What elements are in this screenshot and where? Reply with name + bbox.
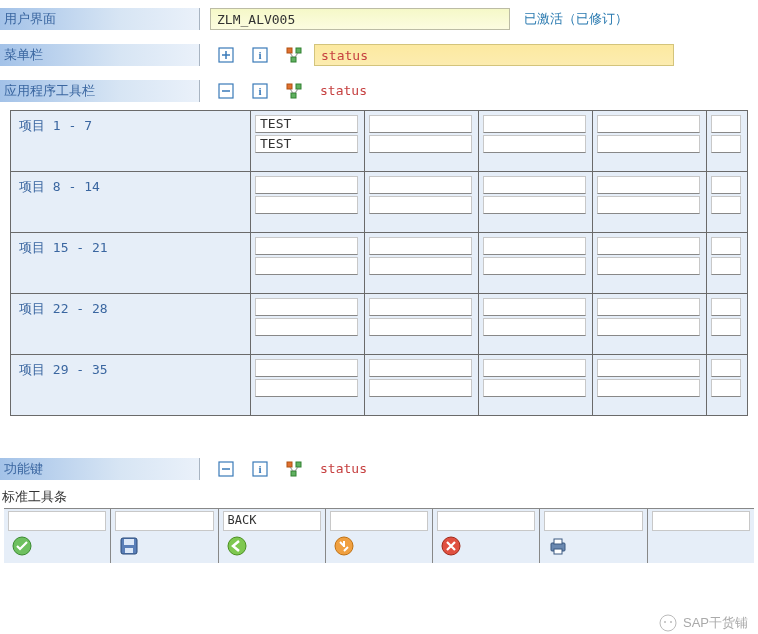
grid-cell-input[interactable] — [369, 359, 472, 377]
grid-cell-input[interactable] — [483, 359, 586, 377]
grid-cell-input[interactable] — [369, 318, 472, 336]
grid-cell: TEST TEST — [251, 111, 365, 171]
grid-cell-input[interactable] — [597, 115, 700, 133]
ok-icon[interactable] — [8, 531, 106, 561]
grid-cell-input[interactable] — [369, 135, 472, 153]
grid-cell-input[interactable] — [255, 359, 358, 377]
grid-cell-input[interactable] — [369, 379, 472, 397]
grid-cell-input[interactable] — [597, 359, 700, 377]
activation-status: 已激活（已修订） — [524, 10, 628, 28]
svg-rect-30 — [124, 539, 134, 545]
toolbar-cell — [648, 509, 754, 563]
grid-cell-input[interactable] — [711, 359, 741, 377]
exit-icon[interactable] — [330, 531, 428, 561]
toolbar-cell-label[interactable] — [652, 511, 750, 531]
svg-line-26 — [290, 467, 293, 471]
grid-cell-input[interactable] — [483, 379, 586, 397]
svg-point-40 — [670, 621, 672, 623]
grid-cell-input[interactable] — [597, 379, 700, 397]
info-icon[interactable]: i — [252, 47, 268, 63]
grid-cell-input[interactable] — [483, 196, 586, 214]
toolbar-cell-label[interactable] — [115, 511, 213, 531]
grid-cell-input[interactable] — [255, 176, 358, 194]
grid-cell-input[interactable] — [711, 298, 741, 316]
grid-row: 项目 22 - 28 — [11, 294, 747, 355]
toolbar-cell — [326, 509, 433, 563]
grid-cell-input[interactable] — [597, 176, 700, 194]
grid-cell-input[interactable] — [255, 298, 358, 316]
grid-row: 项目 1 - 7 TEST TEST — [11, 111, 747, 172]
grid-cell-input[interactable] — [483, 318, 586, 336]
toolbar-cell-label[interactable] — [437, 511, 535, 531]
svg-rect-23 — [287, 462, 292, 467]
svg-rect-37 — [554, 549, 562, 554]
grid-cell-input[interactable] — [483, 298, 586, 316]
grid-cell-input[interactable] — [597, 237, 700, 255]
svg-rect-31 — [125, 548, 133, 553]
back-icon[interactable] — [223, 531, 321, 561]
toolbar-cell-label[interactable]: BACK — [223, 511, 321, 531]
wechat-icon — [659, 614, 677, 632]
grid-cell-input[interactable] — [369, 257, 472, 275]
grid-row: 项目 15 - 21 — [11, 233, 747, 294]
grid-cell-input[interactable] — [255, 318, 358, 336]
grid-row-label: 项目 1 - 7 — [11, 111, 251, 171]
grid-cell-input[interactable] — [369, 298, 472, 316]
grid-cell-input[interactable] — [255, 237, 358, 255]
info-icon[interactable]: i — [252, 461, 268, 477]
grid-cell-input[interactable] — [711, 379, 741, 397]
toolbar-cell — [540, 509, 647, 563]
svg-text:i: i — [258, 463, 261, 475]
grid-cell-input[interactable] — [483, 257, 586, 275]
grid-cell-input[interactable] — [597, 318, 700, 336]
grid-cell-input[interactable] — [255, 257, 358, 275]
cancel-icon[interactable] — [437, 531, 535, 561]
grid-cell-input[interactable]: TEST — [255, 115, 358, 133]
svg-line-27 — [295, 467, 298, 471]
save-icon[interactable] — [115, 531, 213, 561]
collapse-icon[interactable] — [218, 83, 234, 99]
svg-rect-14 — [287, 84, 292, 89]
svg-line-17 — [290, 89, 293, 93]
grid-cell-input[interactable] — [711, 257, 741, 275]
hierarchy-icon[interactable] — [286, 83, 302, 99]
grid-cell-input[interactable] — [369, 196, 472, 214]
toolbar-cell — [433, 509, 540, 563]
grid-cell-input[interactable] — [255, 379, 358, 397]
grid-cell-input[interactable] — [711, 115, 741, 133]
grid-cell-input[interactable] — [369, 237, 472, 255]
grid-cell-input[interactable] — [369, 176, 472, 194]
grid-cell-input[interactable] — [597, 257, 700, 275]
svg-text:i: i — [258, 85, 261, 97]
toolbar-cell-label[interactable] — [330, 511, 428, 531]
grid-cell-input[interactable] — [597, 135, 700, 153]
grid-cell-input[interactable] — [711, 237, 741, 255]
grid-cell-input[interactable] — [597, 298, 700, 316]
grid-cell-input[interactable] — [597, 196, 700, 214]
grid-cell-input[interactable] — [711, 135, 741, 153]
toolbar-cell-label[interactable] — [8, 511, 106, 531]
grid-cell-input[interactable] — [483, 115, 586, 133]
grid-cell-input[interactable] — [483, 135, 586, 153]
grid-cell-input[interactable] — [711, 196, 741, 214]
grid-cell-input[interactable] — [483, 237, 586, 255]
collapse-icon[interactable] — [218, 461, 234, 477]
grid-cell-input[interactable] — [369, 115, 472, 133]
svg-line-18 — [295, 89, 298, 93]
grid-row: 项目 8 - 14 — [11, 172, 747, 233]
menubar-status-field[interactable]: status — [314, 44, 674, 66]
grid-cell-input[interactable] — [711, 176, 741, 194]
grid-cell-input[interactable] — [711, 318, 741, 336]
toolbar-cell-label[interactable] — [544, 511, 642, 531]
user-interface-field[interactable]: ZLM_ALV005 — [210, 8, 510, 30]
print-icon[interactable] — [544, 531, 642, 561]
grid-cell-input[interactable] — [255, 196, 358, 214]
grid-cell-input[interactable]: TEST — [255, 135, 358, 153]
svg-rect-24 — [296, 462, 301, 467]
hierarchy-icon[interactable] — [286, 47, 302, 63]
hierarchy-icon[interactable] — [286, 461, 302, 477]
info-icon[interactable]: i — [252, 83, 268, 99]
svg-rect-7 — [291, 57, 296, 62]
grid-cell-input[interactable] — [483, 176, 586, 194]
expand-icon[interactable] — [218, 47, 234, 63]
